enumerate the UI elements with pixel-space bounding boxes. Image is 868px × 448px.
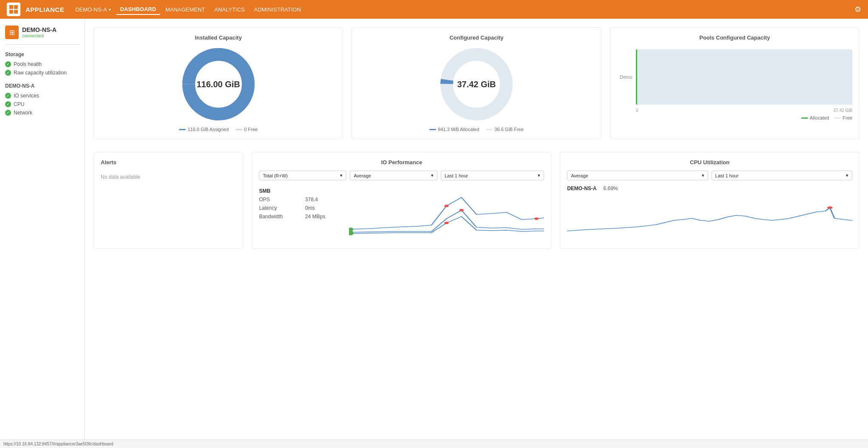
svg-rect-0 <box>9 5 13 9</box>
legend-dot-allocated-bar <box>801 117 808 119</box>
check-icon: ✓ <box>5 61 11 67</box>
configured-capacity-donut: 37.42 GiB <box>438 46 515 123</box>
appliance-info: ⊞ DEMO-NS-A connected <box>5 26 79 45</box>
check-icon: ✓ <box>5 70 11 76</box>
svg-point-12 <box>349 228 354 231</box>
svg-point-8 <box>444 205 449 207</box>
capacity-row: Installed Capacity 116.00 GiB 116.0 GiB … <box>94 27 859 139</box>
nav-analytics[interactable]: ANALYTICS <box>210 5 249 14</box>
appliance-status: connected <box>22 33 57 38</box>
io-performance-panel: IO Performance Total (R+W) ▾ Average ▾ L… <box>252 152 551 249</box>
pools-legend: Allocated Free <box>617 115 852 120</box>
check-icon: ✓ <box>5 110 11 116</box>
cpu-utilization-panel: CPU Utilization Average ▾ Last 1 hour ▾ … <box>560 152 859 249</box>
main-content: Installed Capacity 116.00 GiB 116.0 GiB … <box>85 19 868 448</box>
svg-point-10 <box>460 209 464 211</box>
pools-capacity-title: Pools Configured Capacity <box>617 34 852 41</box>
cpu-filter-metric[interactable]: Average ▾ <box>567 171 708 180</box>
bar-label: Demo <box>617 74 633 80</box>
cpu-percentage: 6.69% <box>604 185 618 191</box>
check-icon: ✓ <box>5 93 11 99</box>
cpu-info-row: DEMO-NS-A 6.69% <box>567 185 852 191</box>
legend-free: 0 Free <box>235 127 258 132</box>
io-filters: Total (R+W) ▾ Average ▾ Last 1 hour ▾ <box>259 171 544 180</box>
svg-point-15 <box>827 206 833 209</box>
appliance-name: DEMO-NS-A <box>22 26 57 33</box>
legend-allocated: 841.3 MiB Allocated <box>429 127 479 132</box>
axis-min: 0 <box>636 108 638 113</box>
alerts-panel: Alerts No data available <box>94 152 243 249</box>
installed-capacity-panel: Installed Capacity 116.00 GiB 116.0 GiB … <box>94 27 343 139</box>
table-row: Bandwidth 24 MBps <box>259 212 344 221</box>
sidebar-item-raw-capacity[interactable]: ✓ Raw capacity utilization <box>5 68 79 77</box>
legend-dot-free <box>235 129 242 130</box>
axis-max: 37.42 GiB <box>834 108 852 113</box>
sidebar-item-cpu[interactable]: ✓ CPU <box>5 100 79 108</box>
demo-section-title: DEMO-NS-A <box>5 83 79 89</box>
svg-point-6 <box>447 54 506 114</box>
io-table: OPS 378.4 Latency 0ms Bandwidth 24 MBps <box>259 195 344 221</box>
io-filter-time[interactable]: Last 1 hour ▾ <box>441 171 544 180</box>
cpu-chart <box>567 195 852 242</box>
table-row: OPS 378.4 <box>259 195 344 204</box>
main-layout: ⊞ DEMO-NS-A connected Storage ✓ Pools he… <box>0 19 868 448</box>
svg-point-9 <box>534 217 539 220</box>
nav-demo-ns-a[interactable]: DEMO-NS-A ▾ <box>71 5 115 14</box>
pools-capacity-panel: Pools Configured Capacity Demo 0 37.42 G… <box>610 27 859 139</box>
table-row: Latency 0ms <box>259 204 344 212</box>
sidebar-item-io-services[interactable]: ✓ IO services <box>5 91 79 100</box>
nav-administration[interactable]: ADMINISTRATION <box>250 5 305 14</box>
chevron-down-icon: ▾ <box>846 173 848 178</box>
status-bar: https://10.16.84.132:8457/#/appliance/3a… <box>0 439 868 448</box>
configured-capacity-title: Configured Capacity <box>359 34 594 41</box>
chevron-down-icon: ▾ <box>431 173 434 178</box>
gear-icon[interactable]: ⚙ <box>854 5 861 14</box>
legend-assigned: 116.0 GiB Assigned <box>179 127 229 132</box>
status-url: https://10.16.84.132:8457/#/appliance/3a… <box>3 442 113 446</box>
legend-allocated-bar: Allocated <box>801 115 829 120</box>
legend-dot-assigned <box>179 129 186 130</box>
configured-capacity-panel: Configured Capacity 37.42 GiB 841.3 MiB … <box>352 27 601 139</box>
cpu-filter-time[interactable]: Last 1 hour ▾ <box>712 171 852 180</box>
appliance-icon: ⊞ <box>5 26 19 39</box>
io-filter-metric[interactable]: Average ▾ <box>350 171 437 180</box>
installed-capacity-legend: 116.0 GiB Assigned 0 Free <box>101 127 336 132</box>
cpu-utilization-title: CPU Utilization <box>567 159 852 166</box>
legend-dot-allocated <box>429 129 436 130</box>
svg-rect-1 <box>14 5 18 9</box>
svg-point-11 <box>444 222 449 224</box>
sidebar-item-pools-health[interactable]: ✓ Pools health <box>5 60 79 68</box>
alerts-title: Alerts <box>101 159 236 166</box>
smb-section-header: SMB <box>259 185 344 195</box>
io-performance-title: IO Performance <box>259 159 544 166</box>
sidebar: ⊞ DEMO-NS-A connected Storage ✓ Pools he… <box>0 19 85 448</box>
chevron-down-icon: ▾ <box>538 173 540 178</box>
chevron-down-icon: ▾ <box>109 7 111 12</box>
header-nav: DEMO-NS-A ▾ DASHBOARD MANAGEMENT ANALYTI… <box>71 4 305 15</box>
chevron-down-icon: ▾ <box>340 173 343 178</box>
svg-point-5 <box>189 54 248 114</box>
legend-dot-free-configured <box>486 129 493 130</box>
configured-capacity-legend: 841.3 MiB Allocated 36.6 GiB Free <box>359 127 594 132</box>
sidebar-item-network[interactable]: ✓ Network <box>5 108 79 117</box>
svg-rect-2 <box>9 10 13 14</box>
cpu-filters: Average ▾ Last 1 hour ▾ <box>567 171 852 180</box>
nav-dashboard[interactable]: DASHBOARD <box>116 4 161 15</box>
bottom-row: Alerts No data available IO Performance … <box>94 152 859 249</box>
storage-section-title: Storage <box>5 51 79 57</box>
chevron-down-icon: ▾ <box>702 173 704 178</box>
installed-capacity-title: Installed Capacity <box>101 34 336 41</box>
svg-rect-3 <box>14 10 18 14</box>
legend-free-configured: 36.6 GiB Free <box>486 127 523 132</box>
header: APPLIANCE DEMO-NS-A ▾ DASHBOARD MANAGEME… <box>0 0 868 19</box>
check-icon: ✓ <box>5 101 11 107</box>
io-filter-type[interactable]: Total (R+W) ▾ <box>259 171 346 180</box>
cpu-node-name: DEMO-NS-A <box>567 185 596 191</box>
legend-dot-free-bar <box>834 117 841 119</box>
alerts-no-data: No data available <box>101 171 236 183</box>
installed-capacity-donut: 116.00 GiB <box>180 46 257 123</box>
app-logo <box>7 3 20 16</box>
app-name: APPLIANCE <box>26 6 64 13</box>
nav-management[interactable]: MANAGEMENT <box>161 5 209 14</box>
legend-free-bar: Free <box>834 115 852 120</box>
